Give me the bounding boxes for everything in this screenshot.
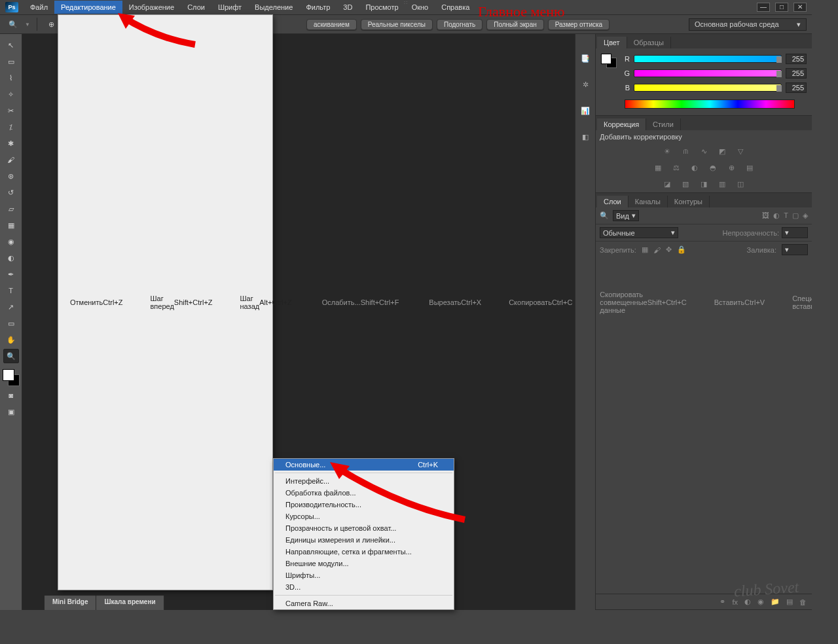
zoom-tool-icon[interactable]: 🔍 (5, 18, 21, 31)
prefs-item-7[interactable]: Единицы измерения и линейки... (274, 534, 454, 546)
toolbox: ∷ ↖ ▭ ⌇ ✧ ✂ ⁒ ✱ 🖌 ⊛ ↺ ▱ ▦ ◉ ◐ ✒ T ↗ ▭ ✋ … (0, 34, 22, 610)
path-select-tool[interactable]: ↗ (3, 300, 19, 314)
menu-edit-dropdown: ОтменитьCtrl+ZШаг впередShift+Ctrl+ZШаг … (58, 14, 273, 590)
shape-tool[interactable]: ▭ (3, 316, 19, 331)
prefs-item-8[interactable]: Направляющие, сетка и фрагменты... (274, 546, 454, 558)
edit-item-8: Скопировать совмещенные данныеShift+Ctrl… (588, 15, 702, 590)
stamp-tool[interactable]: ⊛ (3, 169, 19, 183)
zoom-tool[interactable]: 🔍 (3, 349, 19, 363)
wand-tool[interactable]: ✧ (3, 87, 19, 101)
grip-icon[interactable]: ∷ (0, 0, 812, 5)
prefs-item-9[interactable]: Внешние модули... (274, 558, 454, 569)
hand-tool[interactable]: ✋ (3, 332, 19, 347)
submenu-preferences: Основные...Ctrl+KИнтерфейс...Обработка ф… (273, 458, 454, 610)
history-brush-tool[interactable]: ↺ (3, 185, 19, 200)
marquee-tool[interactable]: ▭ (3, 54, 19, 69)
eyedropper-tool[interactable]: ⁒ (3, 120, 19, 134)
adjustment-icon[interactable]: ◉ (757, 598, 764, 606)
new-layer-icon[interactable]: ▤ (786, 598, 793, 606)
blur-tool[interactable]: ◉ (3, 234, 19, 249)
brush-tool[interactable]: 🖌 (3, 152, 19, 167)
group-icon[interactable]: 📁 (771, 598, 780, 606)
crop-tool[interactable]: ✂ (3, 103, 19, 118)
edit-item-10: Специальная вставка▶ (780, 15, 812, 590)
prefs-item-5[interactable]: Курсоры... (274, 510, 454, 522)
edit-item-0[interactable]: ОтменитьCtrl+Z (58, 15, 139, 590)
bottom-panel-tabs: Mini Bridge Шкала времени (45, 596, 164, 610)
heal-tool[interactable]: ✱ (3, 136, 19, 151)
tab-mini-bridge[interactable]: Mini Bridge (45, 596, 96, 610)
edit-item-7: СкопироватьCtrl+C (497, 15, 588, 590)
prefs-item-10[interactable]: Шрифты... (274, 569, 454, 581)
edit-item-9: ВставитьCtrl+V (702, 15, 781, 590)
link-icon[interactable]: ⚭ (720, 598, 725, 606)
tab-timeline[interactable]: Шкала времени (96, 596, 164, 610)
prefs-item-11[interactable]: 3D... (274, 581, 454, 593)
color-swatch[interactable] (3, 369, 20, 386)
edit-item-1[interactable]: Шаг впередShift+Ctrl+Z (139, 15, 228, 590)
type-tool[interactable]: T (3, 283, 19, 298)
prefs-item-3[interactable]: Обработка файлов... (274, 487, 454, 499)
trash-icon[interactable]: 🗑 (799, 598, 807, 606)
eraser-tool[interactable]: ▱ (3, 202, 19, 216)
move-tool[interactable]: ↖ (3, 38, 19, 52)
prefs-item-13[interactable]: Camera Raw... (274, 598, 454, 609)
screen-mode-tool[interactable]: ▣ (3, 404, 19, 419)
foreground-color[interactable] (3, 369, 14, 381)
gradient-tool[interactable]: ▦ (3, 218, 19, 232)
quickmask-tool[interactable]: ◙ (3, 388, 19, 402)
prefs-item-2[interactable]: Интерфейс... (274, 475, 454, 487)
pen-tool[interactable]: ✒ (3, 267, 19, 281)
lasso-tool[interactable]: ⌇ (3, 71, 19, 85)
prefs-item-6[interactable]: Прозрачность и цветовой охват... (274, 522, 454, 534)
prefs-item-0[interactable]: Основные...Ctrl+K (274, 459, 454, 471)
prefs-item-4[interactable]: Производительность... (274, 499, 454, 510)
dodge-tool[interactable]: ◐ (3, 251, 19, 265)
